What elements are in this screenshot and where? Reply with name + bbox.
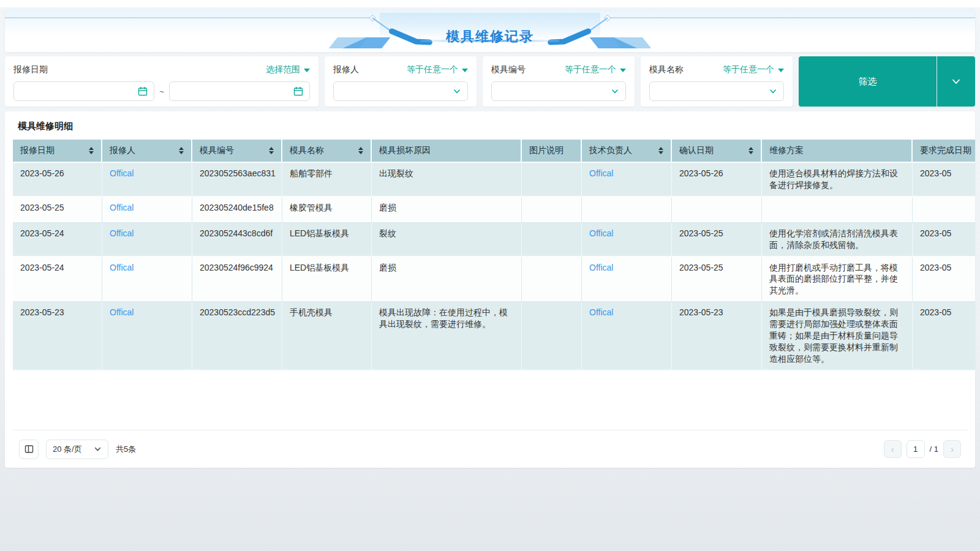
table-row: 2023-05-24Offical2023052443c8cd6fLED铝基板模… — [13, 223, 975, 257]
table-cell: 磨损 — [372, 257, 522, 302]
table-row: 2023-05-23Offical20230523ccd223d5手机壳模具模具… — [13, 302, 975, 370]
column-header-label: 模具名称 — [290, 145, 324, 156]
table-cell: 船舶零部件 — [282, 163, 372, 197]
mold-name-select[interactable] — [649, 81, 784, 101]
page-size-select[interactable]: 20 条/页 — [46, 440, 108, 459]
reporter-select[interactable] — [333, 81, 468, 101]
column-header[interactable]: 确认日期 — [672, 140, 762, 163]
column-header: 模具损坏原因 — [372, 140, 522, 163]
column-settings-button[interactable] — [19, 440, 39, 459]
table-scroll-area[interactable]: 报修日期报修人模具编号模具名称模具损坏原因图片说明技术负责人确认日期维修方案要求… — [13, 140, 975, 430]
filter-mold-name-operator[interactable]: 等于任意一个 — [723, 64, 784, 75]
filter-button-group: 筛选 — [799, 56, 975, 107]
column-header-label: 确认日期 — [679, 145, 714, 156]
sort-icon[interactable] — [89, 147, 94, 154]
table-cell: 裂纹 — [372, 223, 522, 257]
table-cell: 2023052563aec831 — [192, 163, 282, 197]
table-cell: 2023-05-23 — [13, 302, 102, 370]
filter-reporter-label: 报修人 — [333, 64, 359, 75]
table-cell: 20230523ccd223d5 — [192, 302, 282, 370]
sort-icon[interactable] — [358, 147, 363, 154]
calendar-icon — [138, 86, 148, 96]
column-header-label: 模具损坏原因 — [379, 145, 431, 156]
page-number-input[interactable] — [907, 440, 925, 458]
filter-date-operator[interactable]: 选择范围 — [266, 64, 310, 75]
table-cell: Offical — [102, 163, 192, 197]
sort-icon[interactable] — [269, 147, 274, 154]
table-cell: 2023-05-26 — [672, 163, 762, 197]
user-link[interactable]: Offical — [589, 168, 613, 178]
table-cell: 2023-05-25 — [672, 223, 762, 257]
pagination-bar: 20 条/页 共5条 ‹ / 1 › — [13, 430, 967, 468]
filter-submit-button[interactable]: 筛选 — [799, 56, 937, 107]
filter-mold-name-label: 模具名称 — [649, 64, 684, 75]
filter-mold-no-operator[interactable]: 等于任意一个 — [565, 64, 626, 75]
table-cell: Offical — [102, 223, 192, 257]
table-cell: 使用化学溶剂或清洁剂清洗模具表面，清除杂质和残留物。 — [762, 223, 913, 257]
table-cell: Offical — [582, 302, 672, 370]
user-link[interactable]: Offical — [589, 263, 613, 272]
table-cell: 202305240de15fe8 — [192, 197, 282, 223]
user-link[interactable]: Offical — [110, 168, 134, 178]
table-row: 2023-05-26Offical2023052563aec831船舶零部件出现… — [13, 163, 975, 197]
filter-date-label: 报修日期 — [13, 64, 48, 75]
top-strip — [0, 0, 980, 7]
column-header-label: 模具编号 — [200, 145, 234, 156]
table-cell: 2023-05 — [913, 163, 975, 197]
table-cell: 2023-05-25 — [13, 197, 102, 223]
filter-reporter-operator[interactable]: 等于任意一个 — [407, 64, 468, 75]
table-cell: 2023-05-26 — [13, 163, 102, 197]
sort-icon[interactable] — [658, 147, 663, 154]
column-header[interactable]: 模具名称 — [282, 140, 372, 163]
table-cell: Offical — [102, 197, 192, 223]
user-link[interactable]: Offical — [110, 228, 134, 238]
user-link[interactable]: Offical — [110, 307, 134, 317]
column-header-label: 报修人 — [110, 145, 135, 156]
filter-bar: 报修日期 选择范围 ~ — [5, 56, 975, 107]
page-content: 模具维修记录 报修日期 选择范围 — [0, 7, 980, 468]
column-header-label: 技术负责人 — [589, 145, 632, 156]
date-start-input[interactable] — [13, 81, 154, 101]
table-cell: Offical — [102, 302, 192, 370]
table-cell — [672, 197, 762, 223]
caret-down-icon — [620, 69, 626, 72]
table-cell — [913, 197, 975, 223]
column-header[interactable]: 模具编号 — [192, 140, 282, 163]
filter-date-card: 报修日期 选择范围 ~ — [5, 56, 318, 107]
filter-mold-no-label: 模具编号 — [491, 64, 526, 75]
caret-down-icon — [462, 69, 468, 72]
sort-icon[interactable] — [179, 147, 184, 154]
column-header-label: 维修方案 — [769, 145, 804, 156]
repair-table: 报修日期报修人模具编号模具名称模具损坏原因图片说明技术负责人确认日期维修方案要求… — [13, 140, 975, 371]
chevron-down-icon — [611, 87, 619, 96]
table-cell: LED铝基板模具 — [282, 223, 372, 257]
column-header[interactable]: 报修日期 — [13, 140, 102, 163]
date-end-input[interactable] — [169, 81, 310, 101]
table-cell: 2023-05 — [913, 257, 975, 302]
table-cell: 磨损 — [372, 197, 522, 223]
table-cell: Offical — [582, 257, 672, 302]
table-row: 2023-05-24Offical20230524f96c9924LED铝基板模… — [13, 257, 975, 302]
table-cell: Offical — [582, 163, 672, 197]
table-cell — [522, 163, 582, 197]
column-header-label: 报修日期 — [20, 145, 55, 156]
sort-icon[interactable] — [748, 147, 753, 154]
prev-page-button[interactable]: ‹ — [884, 440, 902, 458]
table-cell: 2023-05-24 — [13, 223, 102, 257]
total-count: 共5条 — [116, 444, 136, 455]
user-link[interactable]: Offical — [589, 228, 613, 238]
table-cell: 如果是由于模具磨损导致裂纹，则需要进行局部加强处理或整体表面重铸；如果是由于材料… — [762, 302, 913, 370]
table-cell: 2023-05-23 — [672, 302, 762, 370]
user-link[interactable]: Offical — [110, 263, 134, 272]
table-cell: 2023-05-25 — [672, 257, 762, 302]
table-cell: Offical — [102, 257, 192, 302]
filter-collapse-button[interactable] — [937, 56, 975, 107]
next-page-button[interactable]: › — [943, 440, 961, 458]
user-link[interactable]: Offical — [589, 307, 613, 317]
column-header[interactable]: 技术负责人 — [582, 140, 672, 163]
page-total-label: / 1 — [930, 444, 938, 454]
mold-no-select[interactable] — [491, 81, 626, 101]
table-cell: 2023052443c8cd6f — [192, 223, 282, 257]
column-header[interactable]: 报修人 — [102, 140, 192, 163]
user-link[interactable]: Offical — [110, 203, 134, 212]
